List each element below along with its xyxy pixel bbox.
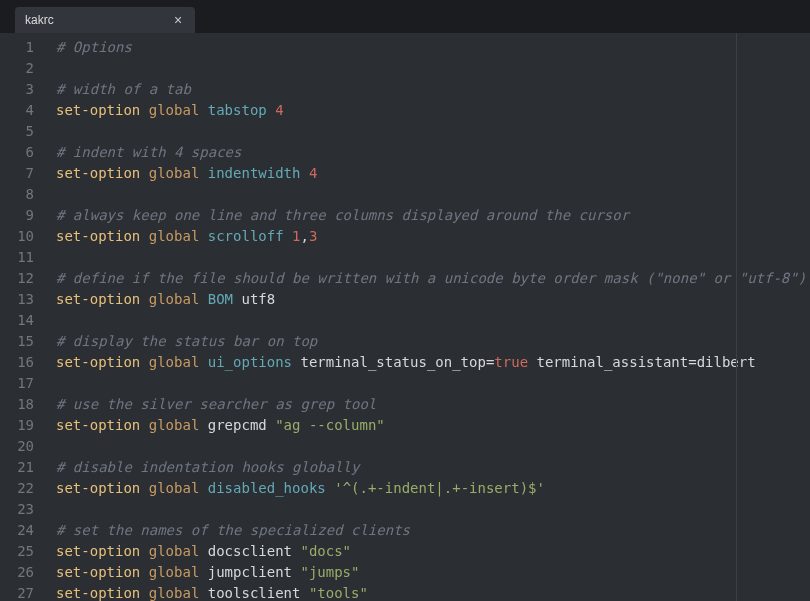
code-line[interactable]: # disable indentation hooks globally xyxy=(48,457,810,478)
line-number: 20 xyxy=(0,436,48,457)
code-line[interactable] xyxy=(48,310,810,331)
token-txt xyxy=(199,354,207,370)
code-line[interactable]: # define if the file should be written w… xyxy=(48,268,810,289)
token-kw: set-option xyxy=(56,417,140,433)
token-txt xyxy=(284,228,292,244)
code-line[interactable] xyxy=(48,247,810,268)
token-num: 3 xyxy=(309,228,317,244)
code-line[interactable]: # indent with 4 spaces xyxy=(48,142,810,163)
line-number: 4 xyxy=(0,100,48,121)
line-number: 10 xyxy=(0,226,48,247)
token-cmt: # define if the file should be written w… xyxy=(56,270,806,286)
line-number: 23 xyxy=(0,499,48,520)
token-kw: set-option xyxy=(56,480,140,496)
code-line[interactable]: # set the names of the specialized clien… xyxy=(48,520,810,541)
code-line[interactable] xyxy=(48,184,810,205)
token-kw: set-option xyxy=(56,354,140,370)
line-gutter: 1234567891011121314151617181920212223242… xyxy=(0,33,48,601)
token-kw: set-option xyxy=(56,564,140,580)
token-txt xyxy=(300,165,308,181)
token-txt: toolsclient xyxy=(199,585,309,601)
token-txt xyxy=(199,291,207,307)
line-number: 27 xyxy=(0,583,48,601)
tab-title: kakrc xyxy=(25,13,171,27)
token-bool: true xyxy=(494,354,528,370)
line-number: 12 xyxy=(0,268,48,289)
token-kw: set-option xyxy=(56,585,140,601)
code-line[interactable]: # use the silver searcher as grep tool xyxy=(48,394,810,415)
line-number: 21 xyxy=(0,457,48,478)
tab-kakrc[interactable]: kakrc × xyxy=(15,7,195,33)
token-gl: global xyxy=(149,291,200,307)
token-num: 4 xyxy=(309,165,317,181)
code-line[interactable] xyxy=(48,373,810,394)
token-txt xyxy=(140,291,148,307)
token-kw: set-option xyxy=(56,165,140,181)
code-line[interactable]: set-option global toolsclient "tools" xyxy=(48,583,810,601)
editor[interactable]: 1234567891011121314151617181920212223242… xyxy=(0,33,810,601)
token-gl: global xyxy=(149,480,200,496)
code-line[interactable]: set-option global indentwidth 4 xyxy=(48,163,810,184)
line-number: 14 xyxy=(0,310,48,331)
code-area[interactable]: # Options# width of a tabset-option glob… xyxy=(48,33,810,601)
code-line[interactable]: set-option global jumpclient "jumps" xyxy=(48,562,810,583)
line-number: 26 xyxy=(0,562,48,583)
token-txt xyxy=(140,543,148,559)
line-number: 18 xyxy=(0,394,48,415)
token-kw: set-option xyxy=(56,102,140,118)
line-number: 7 xyxy=(0,163,48,184)
token-txt xyxy=(140,585,148,601)
token-kw: set-option xyxy=(56,543,140,559)
token-txt: jumpclient xyxy=(199,564,300,580)
token-gl: global xyxy=(149,165,200,181)
token-gl: global xyxy=(149,228,200,244)
token-gl: global xyxy=(149,585,200,601)
code-line[interactable]: set-option global tabstop 4 xyxy=(48,100,810,121)
close-icon[interactable]: × xyxy=(171,13,185,27)
code-line[interactable] xyxy=(48,121,810,142)
token-cmt: # always keep one line and three columns… xyxy=(56,207,629,223)
token-gl: global xyxy=(149,102,200,118)
token-gl: global xyxy=(149,564,200,580)
token-txt xyxy=(267,102,275,118)
code-line[interactable]: set-option global docsclient "docs" xyxy=(48,541,810,562)
token-num: 4 xyxy=(275,102,283,118)
token-txt: terminal_assistant=dilbert xyxy=(528,354,756,370)
token-txt xyxy=(199,480,207,496)
line-number: 9 xyxy=(0,205,48,226)
token-txt xyxy=(326,480,334,496)
code-line[interactable] xyxy=(48,499,810,520)
code-line[interactable]: set-option global ui_options terminal_st… xyxy=(48,352,810,373)
token-cmt: # Options xyxy=(56,39,132,55)
code-line[interactable]: set-option global grepcmd "ag --column" xyxy=(48,415,810,436)
line-number: 22 xyxy=(0,478,48,499)
code-line[interactable]: set-option global scrolloff 1,3 xyxy=(48,226,810,247)
token-opt: indentwidth xyxy=(208,165,301,181)
token-str: '^(.+-indent|.+-insert)$' xyxy=(334,480,545,496)
token-txt xyxy=(199,228,207,244)
code-line[interactable] xyxy=(48,58,810,79)
code-line[interactable] xyxy=(48,436,810,457)
code-line[interactable]: # display the status bar on top xyxy=(48,331,810,352)
code-line[interactable]: set-option global disabled_hooks '^(.+-i… xyxy=(48,478,810,499)
token-gl: global xyxy=(149,354,200,370)
line-number: 3 xyxy=(0,79,48,100)
code-line[interactable]: # always keep one line and three columns… xyxy=(48,205,810,226)
code-line[interactable]: # width of a tab xyxy=(48,79,810,100)
token-txt: utf8 xyxy=(233,291,275,307)
token-cmt: # set the names of the specialized clien… xyxy=(56,522,410,538)
token-opt: ui_options xyxy=(208,354,292,370)
code-line[interactable]: set-option global BOM utf8 xyxy=(48,289,810,310)
line-number: 25 xyxy=(0,541,48,562)
token-txt xyxy=(140,480,148,496)
line-number: 19 xyxy=(0,415,48,436)
token-kw: set-option xyxy=(56,228,140,244)
line-number: 24 xyxy=(0,520,48,541)
line-number: 17 xyxy=(0,373,48,394)
token-txt xyxy=(199,165,207,181)
token-gl: global xyxy=(149,543,200,559)
token-str: "docs" xyxy=(300,543,351,559)
token-txt: grepcmd xyxy=(199,417,275,433)
line-number: 11 xyxy=(0,247,48,268)
code-line[interactable]: # Options xyxy=(48,37,810,58)
